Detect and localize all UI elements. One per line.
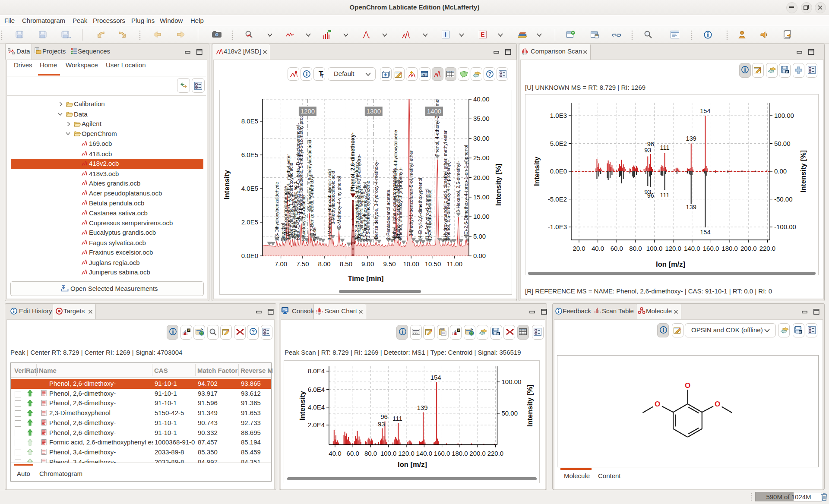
svg-text:-100.00: -100.00: [774, 223, 796, 230]
svg-text:4-Ethyl-2,6-dimethoxyphenol: 4-Ethyl-2,6-dimethoxyphenol: [418, 178, 423, 238]
svg-text:0.00: 0.00: [473, 252, 486, 259]
svg-text:O: O: [685, 381, 690, 390]
svg-text:2.0E5: 2.0E5: [241, 218, 258, 226]
svg-text:11.00: 11.00: [447, 260, 462, 268]
svg-text:Benzaldehyde, 3-hydroxy-4-meth: Benzaldehyde, 3-hydroxy-4-methoxy-: [373, 160, 379, 239]
svg-text:40.0: 40.0: [329, 450, 341, 457]
svg-text:50.00: 50.00: [502, 410, 518, 417]
svg-text:100.00: 100.00: [502, 378, 522, 385]
svg-text:8.0E5: 8.0E5: [241, 117, 258, 125]
svg-text:9.50: 9.50: [383, 260, 396, 268]
svg-text:180.0: 180.0: [721, 245, 738, 252]
svg-text:1300: 1300: [367, 107, 381, 115]
svg-text:2.0E4: 2.0E4: [308, 421, 325, 428]
svg-text:111: 111: [660, 144, 670, 151]
svg-text:0.0E0: 0.0E0: [550, 167, 567, 175]
svg-text:7.00: 7.00: [275, 260, 287, 268]
svg-text:O: O: [655, 400, 660, 408]
svg-text:(1,5-Dimethylhexyl)benzene: (1,5-Dimethylhexyl)benzene: [365, 181, 370, 240]
svg-text:6.0E5: 6.0E5: [241, 151, 258, 158]
svg-text:160.0: 160.0: [703, 245, 719, 252]
svg-text:Phenol, 2,6-dimethoxy-4-(2-pro: Phenol, 2,6-dimethoxy-4-(2-propenyl)-: [446, 160, 451, 240]
svg-text:96: 96: [380, 413, 388, 420]
svg-text:Intensity [%]: Intensity [%]: [799, 150, 807, 192]
svg-text:154: 154: [430, 374, 441, 381]
svg-text:Intensity: Intensity: [223, 170, 231, 199]
svg-text:10.50: 10.50: [425, 260, 441, 268]
svg-text:-5.0E2: -5.0E2: [548, 195, 567, 203]
svg-text:120.0: 120.0: [665, 245, 681, 252]
svg-text:8.0E4: 8.0E4: [308, 367, 325, 375]
svg-text:1200: 1200: [301, 107, 315, 115]
svg-text:2-Pentadecanol acetate: 2-Pentadecanol acetate: [386, 190, 391, 240]
svg-text:1,6-Anhydro-d-Mannose: 1,6-Anhydro-d-Mannose: [427, 189, 432, 241]
svg-text:111: 111: [660, 192, 670, 198]
svg-text:4.0E4: 4.0E4: [308, 403, 325, 411]
svg-text:93: 93: [644, 147, 651, 154]
svg-text:154: 154: [700, 107, 710, 114]
svg-text:3-Methylidodecanoic acid: 3-Methylidodecanoic acid: [330, 171, 335, 224]
svg-text:200.0: 200.0: [740, 245, 757, 252]
svg-text:220.0: 220.0: [487, 450, 504, 457]
svg-text:15.00: 15.00: [473, 193, 490, 201]
svg-text:O: O: [715, 400, 720, 408]
svg-text:-1.0E3: -1.0E3: [548, 223, 567, 230]
svg-text:6.0E4: 6.0E4: [308, 386, 325, 393]
svg-text:10.00: 10.00: [403, 260, 419, 268]
svg-text:35.00: 35.00: [473, 115, 490, 122]
svg-text:100.0: 100.0: [646, 245, 663, 252]
svg-text:-50.00: -50.00: [774, 195, 793, 203]
svg-text:30.00: 30.00: [473, 135, 490, 142]
svg-text:1.0E3: 1.0E3: [550, 112, 567, 119]
svg-text:8.50: 8.50: [340, 260, 352, 268]
svg-text:10.00: 10.00: [473, 213, 490, 220]
svg-text:Intensity: Intensity: [533, 156, 541, 186]
svg-text:40.0: 40.0: [592, 245, 604, 252]
svg-text:3-Methyl-1-benzofuran-5-ol, me: 3-Methyl-1-benzofuran-5-ol, methyl ether: [408, 150, 414, 236]
svg-text:Intensity: Intensity: [298, 391, 306, 420]
svg-text:8.00: 8.00: [318, 260, 330, 268]
svg-text:180.0: 180.0: [452, 450, 468, 457]
svg-text:Ion [m/z]: Ion [m/z]: [398, 460, 427, 468]
svg-text:93: 93: [378, 420, 385, 428]
svg-text:140.0: 140.0: [684, 245, 700, 252]
svg-text:154: 154: [700, 229, 710, 236]
svg-text:Intensity [%]: Intensity [%]: [494, 164, 502, 206]
svg-text:Xylose: Xylose: [312, 227, 317, 242]
svg-text:139: 139: [417, 404, 428, 411]
svg-text:4.0E5: 4.0E5: [241, 185, 258, 192]
svg-text:20.00: 20.00: [473, 174, 490, 181]
svg-text:100.00: 100.00: [774, 112, 794, 119]
svg-text:120.0: 120.0: [398, 450, 414, 457]
svg-text:40.00: 40.00: [473, 95, 490, 103]
svg-text:2-Methoxy-4-vinylphenol: 2-Methoxy-4-vinylphenol: [336, 176, 342, 228]
svg-text:25.00: 25.00: [473, 154, 490, 161]
svg-text:60.0: 60.0: [347, 450, 359, 457]
svg-text:I: I: [445, 31, 446, 38]
svg-text:140.0: 140.0: [416, 450, 433, 457]
svg-text:?: ?: [251, 329, 254, 335]
svg-text:Ion [m/z]: Ion [m/z]: [656, 260, 685, 268]
svg-text:60.0: 60.0: [611, 245, 623, 252]
svg-text:2,3-Dihydroxybenzaldehyde: 2,3-Dihydroxybenzaldehyde: [274, 182, 279, 241]
svg-text:5.0E2: 5.0E2: [550, 140, 567, 147]
svg-text:1400: 1400: [427, 107, 441, 115]
svg-text:1,2-Benzenediol, 3-methoxy-: 1,2-Benzenediol, 3-methoxy-: [309, 174, 314, 235]
svg-text:139: 139: [686, 204, 696, 211]
svg-text:1-Acetoxy-1,4-decene: 1-Acetoxy-1,4-decene: [301, 195, 306, 242]
svg-text:Intensity [%]: Intensity [%]: [526, 384, 534, 427]
svg-text:0.0E0: 0.0E0: [241, 252, 258, 259]
svg-text:220.0: 220.0: [759, 245, 776, 252]
svg-text:50.00: 50.00: [774, 140, 791, 147]
svg-text:80.0: 80.0: [364, 450, 377, 457]
svg-text:Time [min]: Time [min]: [348, 274, 383, 282]
svg-text:5.00: 5.00: [473, 233, 486, 240]
svg-text:93: 93: [644, 189, 651, 195]
svg-text:160.0: 160.0: [434, 450, 450, 457]
svg-text:3-Hexanol, 2,5-dimethyl-: 3-Hexanol, 2,5-dimethyl-: [456, 161, 461, 213]
svg-text:100.0: 100.0: [380, 450, 397, 457]
svg-text:9.00: 9.00: [361, 260, 374, 268]
svg-text:(E)-2,6-Dimethoxy-4-(prop-1-en: (E)-2,6-Dimethoxy-4-(prop-1-en-1-yl)phen…: [463, 145, 468, 236]
svg-text:Phenol, 2-methoxy-3-(2-propeny: Phenol, 2-methoxy-3-(2-propenyl)-: [398, 167, 403, 240]
svg-text:139: 139: [686, 135, 696, 142]
